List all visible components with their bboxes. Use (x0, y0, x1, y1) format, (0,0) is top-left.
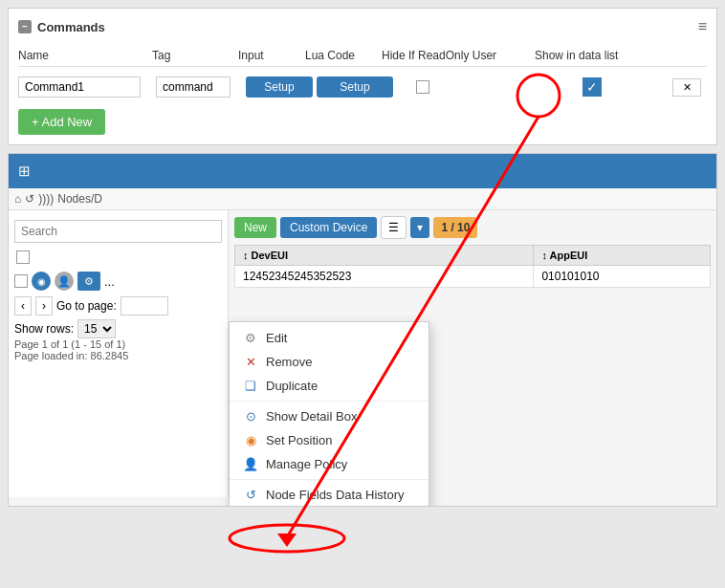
svg-point-3 (230, 525, 344, 552)
ctx-edit[interactable]: ⚙ Edit (230, 326, 428, 350)
sidebar: ◉ 👤 ⚙ ... ‹ › Go to page: Show rows: 15 … (9, 210, 229, 497)
list-icon-button[interactable]: ☰ (381, 216, 406, 239)
show-datalist-checkbox[interactable]: ✓ (582, 77, 602, 97)
overflow-indicator: ... (104, 274, 115, 289)
commands-title: − Commands (18, 20, 105, 34)
data-table: ↕ DevEUI ↕ AppEUI 12452345245352523 0101… (234, 245, 711, 288)
col-tag: Tag (152, 49, 238, 62)
search-input[interactable] (14, 220, 222, 243)
go-to-page-label: Go to page: (56, 299, 117, 313)
home-icon[interactable]: ⌂ (14, 192, 21, 206)
detail-box-icon: ⊙ (243, 409, 258, 424)
col-deveui: ↕ DevEUI (235, 246, 534, 266)
rows-per-page-select[interactable]: 15 25 50 (77, 319, 116, 338)
main-area: ⊞ ⌂ ↺ )))) Nodes/D ◉ 👤 ⚙ ... ‹ › Go to p… (8, 153, 717, 507)
sidebar-checkbox-row (14, 249, 222, 266)
ctx-duplicate-label: Duplicate (266, 379, 318, 393)
context-menu: ⚙ Edit ✕ Remove ❑ Duplicate ⊙ Show Detai… (229, 321, 429, 507)
col-lua: Lua Code (305, 49, 382, 62)
policy-icon: 👤 (243, 457, 258, 471)
page-counter: 1 / 10 (433, 217, 477, 238)
ctx-node-fields-history[interactable]: ↺ Node Fields Data History (230, 483, 428, 507)
commands-panel: − Commands ≡ Name Tag Input Lua Code Hid… (8, 8, 717, 145)
col-name: Name (18, 49, 152, 62)
pagination-row: ‹ › Go to page: (14, 296, 222, 316)
history-icon: ↺ (243, 488, 258, 502)
ctx-duplicate[interactable]: ❑ Duplicate (230, 374, 428, 398)
node-gear-icon[interactable]: ⚙ (77, 272, 100, 291)
col-appeui: ↕ AppEUI (534, 246, 711, 266)
menu-icon[interactable]: ≡ (698, 18, 707, 35)
remove-icon: ✕ (243, 355, 258, 369)
ctx-set-position[interactable]: ◉ Set Position (230, 428, 428, 452)
ctx-divider-2 (230, 479, 428, 480)
right-toolbar: New Custom Device ☰ ▾ 1 / 10 (234, 216, 711, 239)
ctx-edit-label: Edit (266, 331, 287, 345)
input-setup-button[interactable]: Setup (246, 76, 313, 98)
appeui-cell: 010101010 (534, 266, 711, 288)
row-checkbox[interactable] (14, 274, 28, 288)
add-new-button[interactable]: + Add New (18, 109, 105, 135)
rss-icon[interactable]: )))) (38, 192, 54, 206)
ctx-remove-label: Remove (266, 355, 312, 369)
dropdown-button[interactable]: ▾ (410, 217, 429, 238)
node-type-icon: ◉ (32, 272, 51, 291)
remove-command-button[interactable]: ✕ (672, 78, 701, 97)
header-icon: ⊞ (18, 163, 31, 180)
new-button[interactable]: New (234, 217, 276, 238)
commands-header: − Commands ≡ (18, 18, 707, 35)
refresh-icon[interactable]: ↺ (25, 192, 34, 206)
show-rows-label: Show rows: (14, 322, 74, 336)
commands-label: Commands (37, 20, 105, 34)
ctx-show-detail-label: Show Detail Box (266, 409, 357, 424)
col-show-datalist: Show in data list (535, 49, 649, 62)
col-action (649, 49, 678, 62)
node-person-icon: 👤 (55, 272, 74, 291)
ctx-manage-policy[interactable]: 👤 Manage Policy (230, 452, 428, 476)
breadcrumb-bar: ⌂ ↺ )))) Nodes/D (9, 188, 716, 210)
prev-page-button[interactable]: ‹ (14, 296, 32, 316)
select-all-checkbox[interactable] (16, 250, 30, 264)
command-tag-input[interactable] (156, 76, 231, 98)
position-icon: ◉ (243, 433, 258, 447)
page-number-input[interactable] (121, 296, 168, 316)
ctx-node-fields-label: Node Fields Data History (266, 488, 405, 502)
edit-icon: ⚙ (243, 331, 258, 345)
svg-marker-2 (277, 534, 297, 547)
deveui-cell: 12452345245352523 (235, 266, 534, 288)
command-name-input[interactable] (18, 76, 141, 98)
sidebar-icon-row: ◉ 👤 ⚙ ... (14, 272, 222, 291)
show-rows-row: Show rows: 15 25 50 (14, 319, 222, 338)
col-input: Input (238, 49, 305, 62)
commands-table-header: Name Tag Input Lua Code Hide If ReadOnly… (18, 45, 707, 67)
page-info: Page 1 of 1 (1 - 15 of 1) Page loaded in… (14, 338, 222, 361)
hide-readonly-checkbox[interactable] (416, 80, 429, 94)
collapse-icon[interactable]: − (18, 20, 32, 33)
ctx-manage-policy-label: Manage Policy (266, 457, 347, 471)
next-page-button[interactable]: › (35, 296, 53, 316)
col-hide-readonly: Hide If ReadOnly User (382, 49, 535, 62)
table-row: 12452345245352523 010101010 (235, 266, 711, 288)
ctx-remove[interactable]: ✕ Remove (230, 350, 428, 374)
ctx-show-detail-box[interactable]: ⊙ Show Detail Box (230, 404, 428, 428)
custom-device-button[interactable]: Custom Device (280, 217, 377, 238)
ctx-divider-1 (230, 401, 428, 402)
duplicate-icon: ❑ (243, 379, 258, 393)
command-row: Setup Setup ✓ ✕ (18, 73, 707, 101)
breadcrumb-path: Nodes/D (57, 192, 102, 206)
blue-header-bar: ⊞ (9, 154, 716, 188)
lua-setup-button[interactable]: Setup (317, 76, 393, 98)
ctx-set-position-label: Set Position (266, 433, 332, 447)
